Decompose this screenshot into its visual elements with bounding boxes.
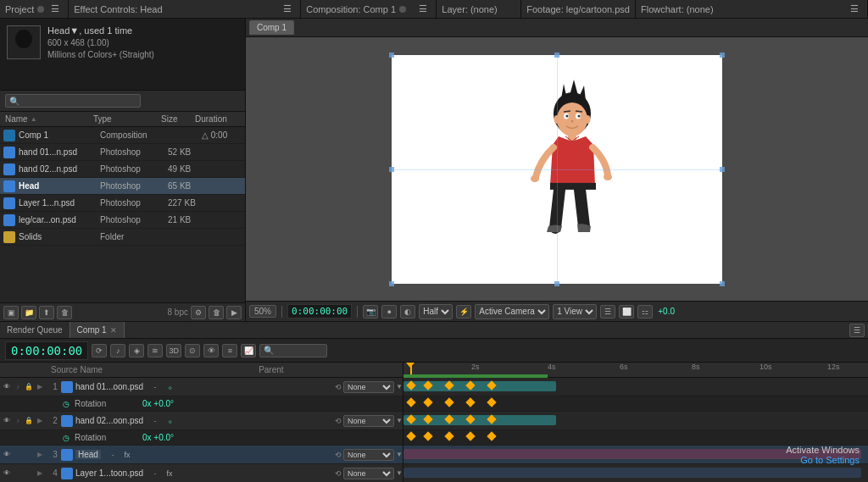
color-manage-btn[interactable]: ◐	[400, 305, 415, 319]
layer-4-lock-btn[interactable]	[24, 468, 34, 479]
hide-shy-btn[interactable]: 👁	[203, 344, 219, 357]
comp-close-icon[interactable]: ✕	[110, 326, 117, 335]
comp1-timeline-tab[interactable]: Comp 1 ✕	[70, 322, 125, 338]
comp-menu-btn[interactable]: ☰	[415, 3, 431, 14]
layer-3-switch[interactable]: -	[107, 449, 119, 461]
snapshot-btn[interactable]: 📷	[363, 305, 378, 319]
show-channel-btn[interactable]: ●	[381, 305, 397, 319]
project-close-btn[interactable]	[37, 6, 44, 13]
layer-4-fx-btn[interactable]: fx	[164, 468, 175, 479]
import-btn[interactable]: ⬆	[39, 306, 54, 319]
handle-tr[interactable]	[720, 53, 725, 58]
delete-btn[interactable]: 🗑	[57, 306, 72, 319]
layer-tab[interactable]: Layer: (none)	[437, 0, 521, 18]
layer-4-eye-btn[interactable]: 👁	[2, 468, 12, 479]
project-item-solids[interactable]: Solids Folder	[0, 229, 245, 246]
comp1-viewer-tab[interactable]: Comp 1	[249, 20, 294, 35]
new-folder-btn[interactable]: 📁	[21, 306, 36, 319]
trash-btn[interactable]: 🗑	[209, 306, 224, 319]
solo-btn[interactable]: ⊙	[185, 344, 200, 357]
layer-1-collapse-btn[interactable]: ▶	[35, 382, 45, 392]
layer-3-fx-btn[interactable]: fx	[121, 449, 133, 461]
layer-2-rotation-val[interactable]: 0x +0.0°	[142, 433, 174, 442]
layer-2-dropdown[interactable]: ▼	[396, 417, 403, 424]
project-item-comp1[interactable]: Comp 1 Composition △ 0:00	[0, 127, 245, 144]
keyframe-1rot-b[interactable]	[423, 397, 432, 407]
keyframe-1rot-c[interactable]	[444, 397, 453, 407]
layer-1-fx-btn[interactable]: -	[149, 381, 161, 393]
view-options-btn[interactable]: ☰	[600, 305, 615, 319]
layer-row-4[interactable]: 👁 ▶ 4 Layer 1...toon.psd - fx ⟲ None	[0, 464, 403, 482]
layer-1-rotation-val[interactable]: 0x +0.0°	[142, 399, 174, 408]
handle-br[interactable]	[720, 281, 725, 286]
effect-menu-btn[interactable]: ☰	[280, 3, 295, 14]
col-type-header[interactable]: Type	[93, 114, 161, 124]
layer-1-audio-btn[interactable]: ♪	[13, 382, 23, 392]
draft-btn[interactable]: ◈	[129, 344, 144, 357]
go-to-settings-link[interactable]: Go to Settings	[786, 455, 860, 465]
effect-controls-tab[interactable]: Effect Controls: Head ☰	[69, 0, 301, 18]
layer-2-switch[interactable]: -	[149, 415, 161, 427]
layer-3-lock-btn[interactable]	[24, 450, 34, 460]
keyframe-1rot-d[interactable]	[465, 397, 475, 407]
new-comp-btn[interactable]: ▣	[3, 306, 19, 319]
region-btn[interactable]: ⬜	[619, 305, 634, 319]
loop-btn[interactable]: ⟳	[92, 344, 107, 357]
layer-4-collapse-btn[interactable]: ▶	[35, 468, 45, 479]
motion-blur-btn[interactable]: ≋	[147, 344, 163, 357]
viewer-timecode[interactable]: 0:00:00:00	[287, 304, 352, 319]
layer-3-audio-btn[interactable]	[13, 450, 23, 460]
project-item-legcartoon[interactable]: leg/car...on.psd Photoshop 21 KB	[0, 212, 245, 229]
keyframe-1rot-a[interactable]	[406, 397, 415, 407]
layer-4-switch[interactable]: -	[149, 468, 161, 479]
layer-2-eye-btn[interactable]: 👁	[2, 416, 12, 426]
zoom-control[interactable]: 50%	[249, 305, 276, 318]
flowchart-tab[interactable]: Flowchart: (none) ☰	[636, 0, 868, 18]
project-item-head[interactable]: Head Photoshop 65 KB	[0, 178, 245, 195]
expand-btn[interactable]: ▶	[226, 306, 242, 319]
keyframe-2rot-a[interactable]	[406, 431, 415, 440]
keyframe-1rot-e[interactable]	[487, 397, 496, 407]
keyframe-2rot-b[interactable]	[423, 431, 432, 440]
col-size-header[interactable]: Size	[161, 114, 195, 124]
layer-1-dropdown-arrow[interactable]: ▼	[396, 383, 403, 391]
viewer-canvas[interactable]	[246, 37, 868, 301]
layout-select[interactable]: 1 View	[553, 304, 597, 319]
layer-row-2[interactable]: 👁 ♪ 🔒 ▶ 2 hand 02...oon.psd - ⬦ ⟲ None	[0, 412, 403, 430]
timeline-timecode[interactable]: 0:00:00:00	[5, 341, 88, 360]
handle-bl[interactable]	[389, 281, 394, 286]
flowchart-menu-btn[interactable]: ☰	[847, 3, 862, 14]
layer-search-input[interactable]	[259, 344, 327, 357]
view-mode-select[interactable]: Active Camera	[475, 304, 549, 319]
quality-select[interactable]: Half	[419, 304, 453, 319]
keyframe-2rot-d[interactable]	[465, 431, 475, 440]
layer-1-parent-select[interactable]: None	[343, 381, 394, 393]
layer-1-eye-btn[interactable]: 👁	[2, 382, 12, 392]
fast-preview-btn[interactable]: ⚡	[456, 305, 471, 319]
layer-3-collapse-btn[interactable]: ▶	[35, 450, 45, 460]
keyframe-2rot-c[interactable]	[444, 431, 453, 440]
project-item-layer1[interactable]: Layer 1...n.psd Photoshop 227 KB	[0, 195, 245, 212]
audio-btn[interactable]: ♪	[110, 344, 125, 357]
handle-tl[interactable]	[389, 53, 394, 58]
layer-2-audio-btn[interactable]: ♪	[13, 416, 23, 426]
render-queue-tab[interactable]: Render Queue	[0, 322, 70, 338]
layer-4-dropdown[interactable]: ▼	[396, 469, 403, 477]
project-menu-btn[interactable]: ☰	[47, 3, 63, 14]
bpc-btn[interactable]: ⚙	[191, 306, 206, 319]
project-search-input[interactable]	[5, 94, 141, 108]
col-duration-header[interactable]: Duration	[195, 114, 237, 124]
graph-editor-btn[interactable]: 📈	[241, 344, 256, 357]
3d-btn[interactable]: 3D	[166, 344, 181, 357]
layer-2-fx[interactable]: ⬦	[164, 415, 175, 427]
project-item-hand01[interactable]: hand 01...n.psd Photoshop 52 KB	[0, 144, 245, 161]
layer-2-rot-stopwatch[interactable]: ◷	[61, 433, 71, 443]
composition-tab[interactable]: Composition: Comp 1 ☰	[301, 0, 437, 18]
layer-3-parent-select[interactable]: None	[343, 449, 394, 461]
layer-4-parent-select[interactable]: None	[343, 468, 394, 479]
layer-3-dropdown[interactable]: ▼	[396, 451, 403, 458]
timeline-menu-btn[interactable]: ☰	[849, 324, 865, 337]
comp-close-btn[interactable]	[399, 6, 406, 13]
layer-1-switch-btn[interactable]: ⬦	[164, 381, 175, 393]
layer-4-audio-btn[interactable]	[13, 468, 23, 479]
